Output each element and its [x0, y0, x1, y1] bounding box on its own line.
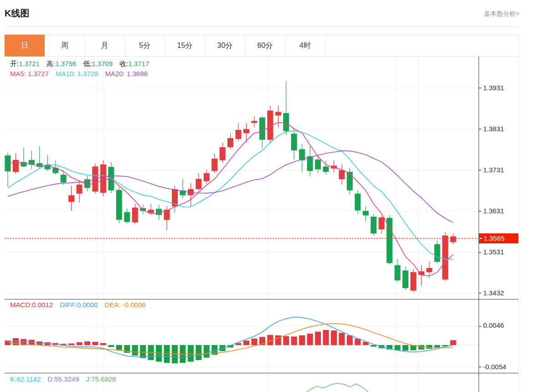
kdj-legend: K:62.1142 D:55.3249 J:75.6928	[10, 375, 116, 383]
ma10-legend: MA10: 1.3728	[56, 70, 98, 77]
price-tag-tick	[479, 238, 482, 239]
ohlc-high-label: 高:	[46, 60, 55, 67]
kline-page: K线图 基本面分析> 日 周 月 5分 15分 30分 60分 4时 开:1.3…	[0, 0, 541, 392]
current-price-tag: 1.3565	[479, 233, 518, 243]
ohlc-low-label: 低:	[83, 60, 92, 67]
macd-axis-label: -0.0054	[483, 362, 517, 371]
ohlc-low: 低:1.3709	[83, 60, 113, 68]
price-axis-label: 1.3631	[483, 206, 517, 216]
ohlc-open: 开:1.3721	[10, 60, 40, 68]
ma20-line	[8, 151, 453, 223]
ma10-line	[8, 131, 453, 259]
dea-value-legend: DEA: -0.0006	[105, 301, 146, 309]
ohlc-open-label: 开:	[10, 60, 19, 67]
price-axis-label: 1.3831	[483, 124, 517, 134]
kdj-d-legend: D:55.3249	[47, 375, 79, 383]
kdj-j-line	[306, 383, 368, 392]
price-axis-label: 1.3432	[483, 289, 517, 298]
price-axis-label: 1.3731	[483, 165, 517, 175]
ma-legend: MA5: 1.3727 MA10: 1.3728 MA20: 1.3698	[10, 70, 148, 77]
ohlc-low-value: 1.3709	[92, 60, 113, 67]
ma20-legend: MA20: 1.3698	[105, 70, 147, 77]
kdj-k-legend: K:62.1142	[10, 375, 41, 383]
ohlc-open-value: 1.3721	[19, 60, 40, 67]
macd-axis-label: 0.0046	[483, 321, 517, 330]
diff-value-legend: DIFF:0.0000	[60, 301, 98, 309]
price-axis-label: 1.3931	[483, 83, 517, 93]
ohlc-close: 收:1.3717	[119, 60, 149, 68]
ohlc-close-value: 1.3717	[128, 60, 149, 67]
gridlines	[5, 57, 479, 392]
ohlc-legend: 开:1.3721 高:1.3756 低:1.3709 收:1.3717	[10, 60, 149, 68]
candles	[5, 81, 456, 293]
ma5-legend: MA5: 1.3727	[10, 70, 49, 77]
kline-chart-canvas[interactable]	[0, 0, 541, 392]
kdj-j-legend: J:75.6928	[86, 375, 116, 383]
macd-legend: MACD:0.0012 DIFF:0.0000 DEA: -0.0006	[10, 301, 146, 309]
dea-line	[8, 324, 453, 354]
ohlc-high-value: 1.3756	[55, 60, 76, 67]
macd-value-legend: MACD:0.0012	[10, 301, 53, 309]
ohlc-high: 高:1.3756	[46, 60, 76, 68]
ohlc-close-label: 收:	[119, 60, 128, 67]
current-price-tag-value: 1.3565	[484, 234, 505, 242]
price-axis-label: 1.3531	[483, 248, 517, 257]
